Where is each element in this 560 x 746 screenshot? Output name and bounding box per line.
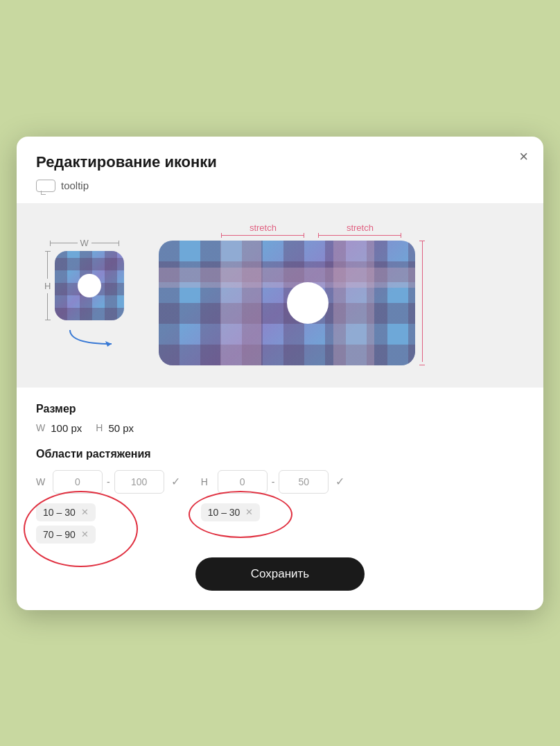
modal-title: Редактирование иконки <box>36 153 524 171</box>
h-input-row: H - ✓ <box>201 470 345 494</box>
w-to-input[interactable] <box>114 470 164 494</box>
large-icon-row <box>159 241 425 365</box>
large-icon-circle <box>287 282 329 324</box>
stretch-region-2 <box>333 241 374 365</box>
small-icon-circle <box>78 274 101 297</box>
h-bracket: H <box>44 251 51 320</box>
w-label: W <box>80 238 89 248</box>
w-tag-1-label: 70 – 90 <box>43 529 76 540</box>
h-to-input[interactable] <box>279 470 329 494</box>
w-tag-0-remove[interactable]: ✕ <box>81 507 89 517</box>
h-from-input[interactable] <box>218 470 268 494</box>
save-button[interactable]: Сохранить <box>195 557 365 591</box>
arrow <box>67 327 116 349</box>
h-check-icon[interactable]: ✓ <box>335 475 344 488</box>
h-label: H <box>44 281 51 291</box>
h-tags-area: 10 – 30 ✕ <box>201 503 345 521</box>
modal-overlay: Редактирование иконки tooltip × W <box>0 0 560 746</box>
h-tag-0: 10 – 30 ✕ <box>201 503 261 521</box>
w-tag-1: 70 – 90 ✕ <box>36 526 96 544</box>
h-right-bracket <box>419 241 425 365</box>
close-button[interactable]: × <box>519 149 528 164</box>
h-tag-0-label: 10 – 30 <box>208 507 240 518</box>
tooltip-row: tooltip <box>36 180 524 192</box>
modal-header: Редактирование иконки tooltip × <box>17 137 543 203</box>
h-dim-label: H <box>96 422 103 433</box>
stretch-label-2: stretch <box>318 223 401 238</box>
large-preview-wrap: stretch stretch <box>159 223 516 365</box>
w-tag-0-label: 10 – 30 <box>43 507 76 518</box>
w-value: 100 px <box>51 422 82 434</box>
w-check-icon[interactable]: ✓ <box>171 475 180 488</box>
w-tag-0: 10 – 30 ✕ <box>36 503 96 521</box>
w-tags-area: 10 – 30 ✕ 70 – 90 ✕ <box>36 503 180 544</box>
w-from-input[interactable] <box>53 470 103 494</box>
tooltip-label: tooltip <box>61 180 89 191</box>
save-row: Сохранить <box>36 557 524 591</box>
small-icon-container: H <box>44 251 124 320</box>
stretch-title: Области растяжения <box>36 448 524 460</box>
w-axis-label: W <box>36 476 46 487</box>
small-icon <box>55 251 124 320</box>
stretch-region-v <box>159 268 415 288</box>
stretch-labels-top: stretch stretch <box>159 223 415 238</box>
w-tag-1-remove[interactable]: ✕ <box>81 529 89 539</box>
w-bracket: W <box>50 238 119 248</box>
small-icon-wrap: W H <box>44 238 124 349</box>
stretch-inputs-row: W - ✓ 10 – 30 ✕ <box>36 470 524 544</box>
stretch-region-1 <box>220 241 261 365</box>
modal: Редактирование иконки tooltip × W <box>17 137 543 610</box>
h-stretch-col: H - ✓ 10 – 30 ✕ <box>201 470 345 521</box>
w-dim-label: W <box>36 422 45 433</box>
w-stretch-col: W - ✓ 10 – 30 ✕ <box>36 470 180 544</box>
size-row: W 100 px H 50 px <box>36 422 524 434</box>
size-title: Размер <box>36 403 524 415</box>
w-tags-group: 10 – 30 ✕ 70 – 90 ✕ <box>36 501 180 544</box>
h-value: 50 px <box>108 422 134 434</box>
large-icon <box>159 241 415 365</box>
content-section: Размер W 100 px H 50 px Области растяжен… <box>17 388 543 610</box>
w-input-row: W - ✓ <box>36 470 180 494</box>
tooltip-icon <box>36 180 55 192</box>
preview-section: W H <box>17 203 543 388</box>
stretch-label-1: stretch <box>221 223 304 238</box>
h-axis-label: H <box>201 476 211 487</box>
h-dash: - <box>272 476 275 487</box>
w-dash: - <box>107 476 110 487</box>
h-tags-group: 10 – 30 ✕ <box>201 501 345 521</box>
h-tag-0-remove[interactable]: ✕ <box>245 507 253 517</box>
